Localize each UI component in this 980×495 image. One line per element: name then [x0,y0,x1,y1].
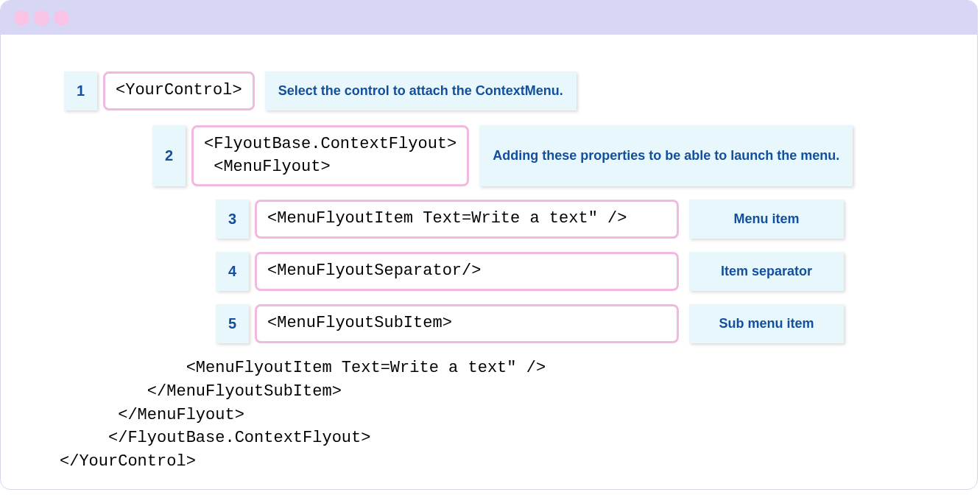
traffic-light-minimize [34,10,49,26]
hint-box-4: Item separator [689,252,844,291]
step-number-2: 2 [152,125,186,187]
step-number-5: 5 [216,304,249,343]
step-row-1: 1 <YourControl> Select the control to at… [64,71,918,110]
hint-box-2: Adding these properties to be able to la… [479,125,853,187]
closing-tags-code: <MenuFlyoutItem Text=Write a text" /> </… [60,357,918,474]
step-row-4: 4 <MenuFlyoutSeparator/> Item separator [216,252,918,291]
step-number-3: 3 [216,200,249,239]
traffic-lights [14,10,69,26]
hint-box-5: Sub menu item [689,304,844,343]
hint-box-1: Select the control to attach the Context… [265,71,577,110]
code-box-3: <MenuFlyoutItem Text=Write a text" /> [255,200,679,239]
code-box-4: <MenuFlyoutSeparator/> [255,252,679,291]
title-bar [1,1,977,35]
code-box-2: <FlyoutBase.ContextFlyout> <MenuFlyout> [191,125,469,187]
traffic-light-maximize [54,10,69,26]
step-row-2: 2 <FlyoutBase.ContextFlyout> <MenuFlyout… [152,125,918,187]
code-box-1: <YourControl> [103,71,255,110]
code-box-5: <MenuFlyoutSubItem> [255,304,679,343]
step-number-1: 1 [64,71,97,110]
traffic-light-close [14,10,29,26]
hint-box-3: Menu item [689,200,844,239]
step-row-3: 3 <MenuFlyoutItem Text=Write a text" /> … [216,200,918,239]
step-row-5: 5 <MenuFlyoutSubItem> Sub menu item [216,304,918,343]
step-number-4: 4 [216,252,249,291]
diagram-content: 1 <YourControl> Select the control to at… [1,35,977,490]
window-frame: 1 <YourControl> Select the control to at… [0,0,978,490]
